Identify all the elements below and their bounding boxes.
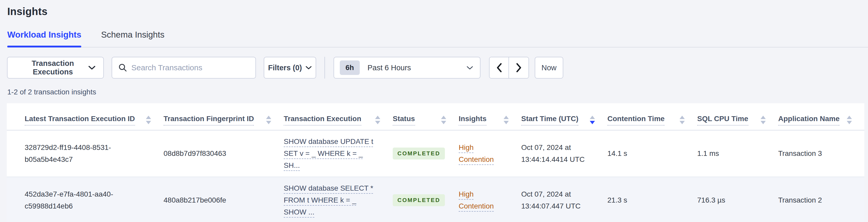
status-badge: COMPLETED xyxy=(393,148,445,159)
cell-transaction-execution: SHOW database UPDATE t SET v = _ WHERE k… xyxy=(284,130,393,177)
transaction-execution-link[interactable]: SHOW database SELECT * FROM t WHERE k = … xyxy=(284,182,380,218)
chevron-down-icon xyxy=(466,66,473,70)
time-range-label: Past 6 Hours xyxy=(368,64,411,72)
time-range-badge: 6h xyxy=(340,60,360,75)
column-header-latest-transaction-execution-id[interactable]: Latest Transaction Execution ID xyxy=(25,103,163,130)
cell-sql-cpu-time: 1.1 ms xyxy=(697,130,778,177)
sort-arrows-icon[interactable] xyxy=(146,116,151,124)
column-header-status[interactable]: Status xyxy=(393,103,459,130)
insights-page: Insights Workload Insights Schema Insigh… xyxy=(0,0,868,222)
column-header-application-name[interactable]: Application Name xyxy=(778,103,864,130)
column-header-start-time[interactable]: Start Time (UTC) xyxy=(521,103,608,130)
sort-arrows-icon-active-desc[interactable] xyxy=(590,116,595,124)
status-badge: COMPLETED xyxy=(393,194,445,206)
toolbar-divider xyxy=(324,57,325,78)
tab-schema-insights[interactable]: Schema Insights xyxy=(101,30,164,47)
cell-contention-time: 21.3 s xyxy=(608,177,697,222)
insight-type-dropdown[interactable]: Transaction Executions xyxy=(7,57,104,78)
table-header-row: Latest Transaction Execution ID Transact… xyxy=(7,103,864,130)
cell-start-time: Oct 07, 2024 at 13:44:14.4414 UTC xyxy=(521,130,608,177)
sort-arrows-icon[interactable] xyxy=(761,116,766,124)
chevron-right-icon xyxy=(516,63,522,72)
time-prev-button[interactable] xyxy=(490,57,509,78)
search-input[interactable] xyxy=(131,63,255,72)
toolbar: Transaction Executions Filters (0) 6h Pa… xyxy=(7,57,868,78)
transaction-execution-link[interactable]: SHOW database UPDATE t SET v = _ WHERE k… xyxy=(284,136,380,171)
cell-execution-id: 328729d2-ff19-4408-8531-b05a5b4e43c7 xyxy=(25,130,163,177)
column-header-transaction-execution[interactable]: Transaction Execution xyxy=(284,103,393,130)
cell-application-name: Transaction 3 xyxy=(778,130,864,177)
time-nav-group xyxy=(489,57,529,78)
results-summary: 1-2 of 2 transaction insights xyxy=(7,88,868,96)
cell-insights: High Contention xyxy=(459,130,521,177)
cell-fingerprint-id: 480a8b217be006fe xyxy=(163,177,284,222)
time-range-picker[interactable]: 6h Past 6 Hours xyxy=(334,57,480,78)
sort-arrows-icon[interactable] xyxy=(503,116,509,124)
sort-arrows-icon[interactable] xyxy=(375,116,380,124)
sort-arrows-icon[interactable] xyxy=(266,116,271,124)
sort-arrows-icon[interactable] xyxy=(441,116,446,124)
cell-application-name: Transaction 2 xyxy=(778,177,864,222)
chevron-down-icon xyxy=(306,66,312,70)
tab-workload-insights[interactable]: Workload Insights xyxy=(7,30,81,47)
search-icon xyxy=(118,63,127,72)
now-button[interactable]: Now xyxy=(535,57,563,78)
search-box[interactable] xyxy=(112,57,256,78)
sort-arrows-icon[interactable] xyxy=(847,116,852,124)
cell-status: COMPLETED xyxy=(393,130,459,177)
cell-start-time: Oct 07, 2024 at 13:44:07.447 UTC xyxy=(521,177,608,222)
filters-button-label: Filters (0) xyxy=(268,64,302,72)
column-header-contention-time[interactable]: Contention Time xyxy=(608,103,697,130)
sort-arrows-icon[interactable] xyxy=(680,116,685,124)
insight-link[interactable]: High Contention xyxy=(459,188,509,212)
table-row: 328729d2-ff19-4408-8531-b05a5b4e43c7 08d… xyxy=(7,130,864,177)
cell-execution-id: 452da3e7-e7fa-4801-aa40-c59988d14eb6 xyxy=(25,177,163,222)
cell-transaction-execution: SHOW database SELECT * FROM t WHERE k = … xyxy=(284,177,393,222)
tab-bar: Workload Insights Schema Insights xyxy=(7,30,868,47)
cell-fingerprint-id: 08d8b7d97f830463 xyxy=(163,130,284,177)
insight-type-dropdown-label: Transaction Executions xyxy=(18,59,88,76)
chevron-left-icon xyxy=(496,63,502,72)
cell-contention-time: 14.1 s xyxy=(608,130,697,177)
insight-link[interactable]: High Contention xyxy=(459,141,509,165)
page-title: Insights xyxy=(0,0,868,18)
filters-button[interactable]: Filters (0) xyxy=(264,57,316,78)
column-header-insights[interactable]: Insights xyxy=(459,103,521,130)
column-header-transaction-fingerprint-id[interactable]: Transaction Fingerprint ID xyxy=(163,103,284,130)
cell-insights: High Contention xyxy=(459,177,521,222)
cell-sql-cpu-time: 716.3 µs xyxy=(697,177,778,222)
time-next-button[interactable] xyxy=(509,57,528,78)
column-header-sql-cpu-time[interactable]: SQL CPU Time xyxy=(697,103,778,130)
cell-status: COMPLETED xyxy=(393,177,459,222)
insights-table-card: Latest Transaction Execution ID Transact… xyxy=(7,103,864,222)
chevron-down-icon xyxy=(88,65,95,70)
table-row: 452da3e7-e7fa-4801-aa40-c59988d14eb6 480… xyxy=(7,177,864,222)
